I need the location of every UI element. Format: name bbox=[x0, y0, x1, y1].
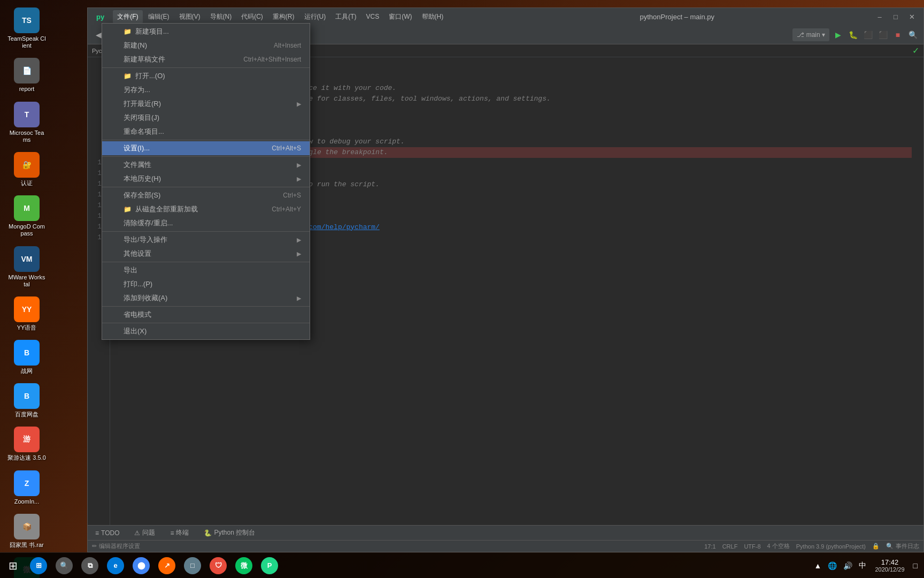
menu-item--------[interactable]: 📁新建项目... bbox=[102, 25, 310, 39]
desktop-icon-ZoomIn---[interactable]: ZZoomIn... bbox=[5, 468, 48, 507]
taskbar-icon-vmware[interactable]: □ bbox=[180, 553, 205, 579]
menu-item------R-[interactable]: 打开最近(R)▶ bbox=[102, 97, 310, 111]
taskbar-icon-shield[interactable]: 🛡 bbox=[205, 553, 231, 579]
desktop-icon-Microsoc-Teams[interactable]: TMicrosoc Teams bbox=[5, 100, 48, 146]
menu-item------S-[interactable]: 保存全部(S)Ctrl+S bbox=[102, 188, 310, 202]
menu-item-help[interactable]: 帮助(H) bbox=[418, 10, 448, 24]
menu-item-code[interactable]: 代码(C) bbox=[237, 10, 267, 24]
editor-config-label: 编辑器程序设置 bbox=[99, 542, 140, 550]
taskbar-icon-edge[interactable]: e bbox=[103, 553, 128, 579]
taskbar-icon-start[interactable]: ⊞ bbox=[26, 553, 51, 579]
bottom-tab-TODO[interactable]: ≡TODO bbox=[92, 526, 122, 540]
menu-item-navigate[interactable]: 导航(N) bbox=[206, 10, 236, 24]
menu-section: 省电模式 bbox=[102, 307, 310, 323]
desktop-icon-MWare-Workstal[interactable]: VMMWare Workstal bbox=[5, 244, 48, 290]
debug-button[interactable]: 🐛 bbox=[846, 28, 859, 41]
network-icon[interactable]: 🌐 bbox=[826, 561, 839, 570]
menu-item----------[interactable]: 📁从磁盘全部重新加载Ctrl+Alt+Y bbox=[102, 202, 310, 216]
menu-section: 退出(X) bbox=[102, 323, 310, 339]
file-menu[interactable]: 📁新建项目...新建(N)Alt+Insert新建草稿文件Ctrl+Alt+Sh… bbox=[102, 23, 310, 340]
folder-icon: 📁 bbox=[124, 205, 132, 214]
interpreter-info[interactable]: Python 3.9 (pythonProject) bbox=[796, 543, 866, 550]
branch-selector[interactable]: ⎇ main ▾ bbox=[792, 28, 829, 41]
menu-item-label: 关闭项目(J) bbox=[124, 113, 301, 123]
ime-icon[interactable]: 中 bbox=[857, 561, 868, 571]
desktop-icon---[interactable]: B战网 bbox=[5, 338, 48, 377]
menu-item------H-[interactable]: 本地历史(H)▶ bbox=[102, 172, 310, 186]
menu-item-refactor[interactable]: 重构(R) bbox=[268, 10, 299, 24]
bottom-tab-问题[interactable]: ⚠问题 bbox=[131, 526, 158, 540]
system-clock[interactable]: 17:42 2020/12/29 bbox=[871, 558, 908, 573]
menu-item-file[interactable]: 文件(F) bbox=[113, 10, 142, 24]
menu-item-------[interactable]: 新建草稿文件Ctrl+Alt+Shift+Insert bbox=[102, 52, 310, 66]
action-center-icon[interactable]: □ bbox=[911, 561, 920, 570]
menu-item------J-[interactable]: 关闭项目(J) bbox=[102, 111, 310, 125]
menu-item-----------[interactable]: 清除缓存/重启... bbox=[102, 216, 310, 230]
desktop-icon-------rar[interactable]: 📦囧家黑 书.rar bbox=[5, 512, 48, 551]
desktop-icon-----[interactable]: B百度网盘 bbox=[5, 381, 48, 420]
maximize-button[interactable]: □ bbox=[888, 11, 903, 22]
editor-config-button[interactable]: ✏ 编辑器程序设置 bbox=[92, 542, 140, 550]
menu-item----X-[interactable]: 退出(X) bbox=[102, 324, 310, 338]
menu-item-tools[interactable]: 工具(T) bbox=[331, 10, 360, 24]
menu-item---[interactable]: 导出 bbox=[102, 263, 310, 277]
menu-item-------O-[interactable]: 📁打开...(O) bbox=[102, 69, 310, 83]
menu-item-label: 新建项目... bbox=[135, 27, 301, 36]
desktop-icon------3-5-0[interactable]: 游聚游达速 3.5.0 bbox=[5, 424, 48, 463]
menu-item-label: 新建(N) bbox=[124, 41, 274, 50]
menu-item-vcs[interactable]: VCS bbox=[362, 11, 384, 22]
coverage-button[interactable]: ⬛ bbox=[861, 28, 874, 41]
menu-item-edit[interactable]: 编辑(E) bbox=[144, 10, 174, 24]
indent-settings[interactable]: 4 个空格 bbox=[767, 542, 790, 550]
desktop-icon---[interactable]: 🔐认证 bbox=[5, 150, 48, 189]
start-button[interactable]: ⊞ bbox=[0, 553, 26, 579]
tab-label: Python 控制台 bbox=[214, 528, 255, 537]
menu-item-----[interactable]: 其他设置▶ bbox=[102, 247, 310, 261]
menu-item-------P-[interactable]: 打印...(P) bbox=[102, 277, 310, 291]
profile-button[interactable]: ⬛ bbox=[876, 28, 889, 41]
taskbar-icon-taskview[interactable]: ⧉ bbox=[77, 553, 103, 579]
taskbar-icon-search[interactable]: 🔍 bbox=[51, 553, 77, 579]
taskbar-system: ▲ 🌐 🔊 中 17:42 2020/12/29 □ bbox=[812, 553, 924, 579]
notification-icon[interactable]: ▲ bbox=[812, 561, 824, 570]
event-log[interactable]: 🔍 事件日志 bbox=[886, 542, 919, 550]
stop-button[interactable]: ■ bbox=[891, 28, 904, 41]
menu-item-----[interactable]: 省电模式 bbox=[102, 308, 310, 322]
window-title: pythonProject – main.py bbox=[482, 13, 873, 21]
search-everywhere-button[interactable]: 🔍 bbox=[906, 28, 919, 41]
menu-item----I----[interactable]: 设置(I)...Ctrl+Alt+S bbox=[102, 141, 310, 155]
taskbar-icon-wechat[interactable]: 微 bbox=[231, 553, 257, 579]
menu-item-window[interactable]: 窗口(W) bbox=[384, 10, 416, 24]
close-button[interactable]: ✕ bbox=[904, 11, 919, 22]
menu-section: 设置(I)...Ctrl+Alt+S bbox=[102, 140, 310, 157]
menu-item-------[interactable]: 另存为... bbox=[102, 83, 310, 97]
desktop-icon-TeamSpeak-Client[interactable]: TSTeamSpeak Client bbox=[5, 5, 48, 51]
cursor-position[interactable]: 17:1 bbox=[704, 543, 715, 550]
folder-icon: 📁 bbox=[124, 72, 132, 80]
desktop-icon-report[interactable]: 📄report bbox=[5, 56, 48, 95]
line-separator[interactable]: CRLF bbox=[722, 543, 738, 550]
menu-item-label: 导出/导入操作 bbox=[124, 235, 292, 245]
encoding[interactable]: UTF-8 bbox=[744, 543, 760, 550]
menu-item--------[interactable]: 导出/导入操作▶ bbox=[102, 233, 310, 247]
menu-item-run[interactable]: 运行(U) bbox=[300, 10, 330, 24]
tab-icon: ⚠ bbox=[134, 529, 140, 537]
bottom-tab-Python 控制台[interactable]: 🐍Python 控制台 bbox=[201, 526, 258, 540]
desktop-icon-MongoD-Compass[interactable]: MMongoD Compass bbox=[5, 193, 48, 239]
menu-item----N-[interactable]: 新建(N)Alt+Insert bbox=[102, 39, 310, 52]
menu-section: 导出打印...(P)添加到收藏(A)▶ bbox=[102, 262, 310, 307]
menu-item-view[interactable]: 视图(V) bbox=[175, 10, 205, 24]
volume-icon[interactable]: 🔊 bbox=[841, 561, 854, 570]
menu-item-----[interactable]: 文件属性▶ bbox=[102, 158, 310, 172]
bottom-tab-终端[interactable]: ≡终端 bbox=[167, 526, 192, 540]
taskbar-icon-pycharm[interactable]: P bbox=[257, 553, 282, 579]
minimize-button[interactable]: – bbox=[872, 11, 887, 22]
taskbar-icon-chrome[interactable]: ⬤ bbox=[128, 553, 154, 579]
app-icon-image: B bbox=[14, 340, 40, 366]
app-icon-label: Microsoc Teams bbox=[7, 130, 46, 143]
run-button[interactable]: ▶ bbox=[831, 28, 844, 41]
desktop-icon-YY--[interactable]: YYYY语音 bbox=[5, 294, 48, 333]
menu-item---------[interactable]: 重命名项目... bbox=[102, 125, 310, 139]
taskbar-icon-arrow[interactable]: ↗ bbox=[154, 553, 180, 579]
menu-item-------A-[interactable]: 添加到收藏(A)▶ bbox=[102, 291, 310, 305]
